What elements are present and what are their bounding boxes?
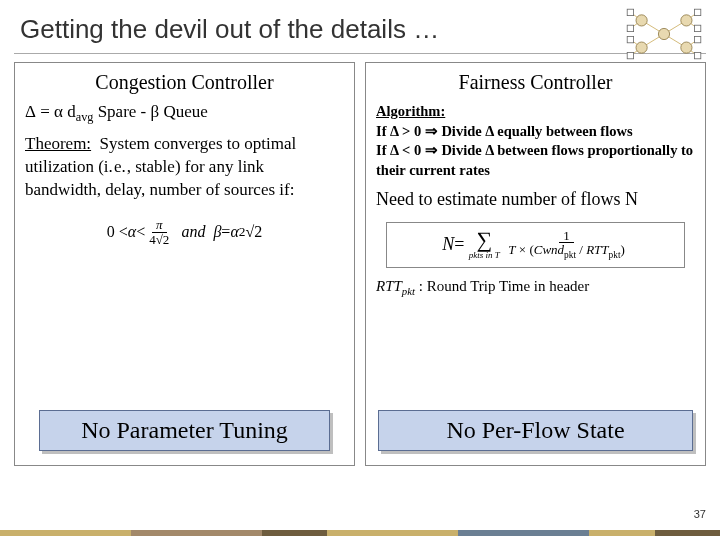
cluster-diagram-icon <box>622 6 706 62</box>
footer-accent-bar <box>0 530 720 536</box>
estimate-n-text: Need to estimate number of flows N <box>376 188 695 211</box>
svg-point-14 <box>681 15 692 26</box>
svg-rect-24 <box>694 52 700 58</box>
svg-rect-22 <box>627 52 633 58</box>
rtt-note: RTTpkt : Round Trip Time in header <box>376 278 695 297</box>
n-formula: N = ∑ pkts in T 1 T × (Cwndpkt / RTTpkt) <box>386 222 685 268</box>
svg-point-16 <box>681 42 692 53</box>
algorithm-label: Algorithm: <box>376 103 445 119</box>
theorem-block: Theorem: System converges to optimal uti… <box>25 133 344 202</box>
svg-rect-20 <box>694 25 700 31</box>
page-number: 37 <box>694 508 706 520</box>
svg-rect-21 <box>627 36 633 42</box>
stability-condition: 0 < α < π4√2 and β = α2√2 <box>25 210 344 254</box>
svg-point-15 <box>636 42 647 53</box>
svg-rect-18 <box>627 25 633 31</box>
svg-rect-19 <box>694 9 700 15</box>
svg-rect-23 <box>694 36 700 42</box>
left-heading: Congestion Controller <box>25 71 344 94</box>
svg-point-12 <box>658 28 669 39</box>
right-badge: No Per-Flow State <box>378 410 693 451</box>
content-row: Congestion Controller Δ = α davg Spare -… <box>0 54 720 466</box>
slide-title: Getting the devil out of the details … <box>0 0 720 53</box>
left-badge: No Parameter Tuning <box>39 410 330 451</box>
algo-line-2: If Δ < 0 ⇒ Divide Δ between flows propor… <box>376 142 693 178</box>
svg-point-13 <box>636 15 647 26</box>
left-panel: Congestion Controller Δ = α davg Spare -… <box>14 62 355 466</box>
theorem-label: Theorem: <box>25 134 91 153</box>
right-panel: Fairness Controller Algorithm: If Δ > 0 … <box>365 62 706 466</box>
svg-rect-17 <box>627 9 633 15</box>
delta-equation: Δ = α davg Spare - β Queue <box>25 102 344 125</box>
right-heading: Fairness Controller <box>376 71 695 94</box>
algo-line-1: If Δ > 0 ⇒ Divide Δ equally between flow… <box>376 123 633 139</box>
algorithm-block: Algorithm: If Δ > 0 ⇒ Divide Δ equally b… <box>376 102 695 180</box>
